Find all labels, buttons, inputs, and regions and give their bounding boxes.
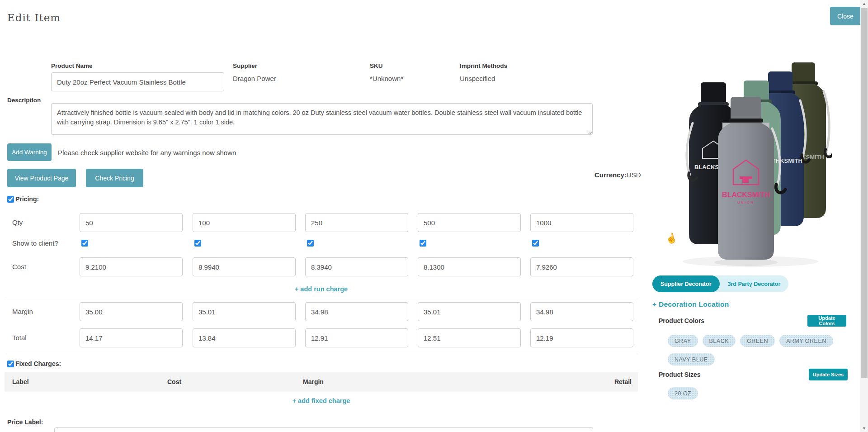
fixed-charges-header-retail: Retail (614, 378, 632, 385)
svg-text:BLACKSMITH: BLACKSMITH (722, 191, 770, 199)
margin-input[interactable] (193, 302, 296, 321)
qty-input[interactable] (193, 213, 296, 232)
product-colors-label: Product Colors (659, 317, 704, 324)
tab-3rd-party-decorator[interactable]: 3rd Party Decorator (720, 275, 789, 292)
show-to-client-checkbox[interactable] (532, 240, 539, 247)
decoration-location-link[interactable]: + Decoration Location (652, 300, 729, 309)
product-name-label: Product Name (51, 62, 93, 69)
total-input[interactable] (193, 328, 296, 347)
cost-input[interactable] (418, 257, 521, 276)
show-to-client-checkbox[interactable] (307, 240, 314, 247)
view-product-page-button[interactable]: View Product Page (7, 169, 76, 187)
add-fixed-charge-row: + add fixed charge (5, 397, 638, 405)
add-run-charge-link[interactable]: + add run charge (295, 285, 348, 293)
sku-value: *Unknown* (370, 75, 403, 82)
total-input[interactable] (80, 328, 183, 347)
pricing-section-header: Pricing: (7, 195, 39, 203)
margin-input[interactable] (418, 302, 521, 321)
cost-input[interactable] (305, 257, 408, 276)
svg-text:UNION: UNION (737, 201, 755, 204)
size-chip[interactable]: 20 OZ (668, 387, 698, 399)
imprint-methods-value: Unspecified (460, 75, 495, 82)
margin-row-label: Margin (12, 308, 33, 315)
divider (5, 297, 638, 297)
add-warning-button[interactable]: Add Warning (7, 143, 52, 161)
page-title: Edit Item (7, 12, 61, 24)
price-label-label: Price Label: (7, 418, 43, 426)
color-chip[interactable]: NAVY BLUE (668, 353, 715, 366)
pricing-checkbox[interactable] (7, 196, 14, 203)
show-to-client-label: Show to client? (12, 239, 58, 247)
currency-row: Currency:USD (594, 171, 641, 179)
margin-input[interactable] (80, 302, 183, 321)
color-chip[interactable]: GREEN (740, 335, 775, 347)
margin-input[interactable] (305, 302, 408, 321)
qty-input[interactable] (305, 213, 408, 232)
supplier-value: Dragon Power (233, 75, 276, 82)
imprint-methods-label: Imprint Methods (460, 62, 507, 69)
total-input[interactable] (305, 328, 408, 347)
qty-input[interactable] (80, 213, 183, 232)
add-fixed-charge-link[interactable]: + add fixed charge (292, 397, 350, 404)
total-input[interactable] (418, 328, 521, 347)
sku-label: SKU (370, 62, 383, 69)
fixed-charges-header-margin: Margin (303, 378, 324, 385)
pricing-section-label: Pricing: (15, 195, 39, 203)
qty-input[interactable] (530, 213, 633, 232)
add-run-charge-row: + add run charge (5, 285, 638, 293)
scrollbar-thumb[interactable] (861, 8, 868, 378)
warning-note: Please check supplier website for any wa… (58, 149, 236, 157)
cost-input[interactable] (193, 257, 296, 276)
total-row-label: Total (12, 334, 27, 342)
fixed-charges-checkbox[interactable] (7, 361, 14, 367)
tab-supplier-decorator[interactable]: Supplier Decorator (652, 275, 720, 292)
show-to-client-checkbox[interactable] (194, 240, 201, 247)
divider (5, 353, 638, 353)
fixed-charges-header-cost: Cost (167, 378, 181, 385)
fixed-charges-section-header: Fixed Charges: (7, 360, 61, 367)
size-chips-row: 20 OZ (668, 387, 698, 399)
color-chips-row-2: NAVY BLUE (668, 353, 715, 366)
total-input[interactable] (530, 328, 633, 347)
color-chip[interactable]: GRAY (668, 335, 698, 347)
currency-label: Currency: (594, 171, 627, 179)
color-chips-row-1: GRAY BLACK GREEN ARMY GREEN (668, 335, 833, 347)
color-chip[interactable]: ARMY GREEN (779, 335, 833, 347)
qty-input[interactable] (418, 213, 521, 232)
decorator-tabs: Supplier Decorator 3rd Party Decorator (652, 275, 788, 292)
cost-row-label: Cost (12, 263, 26, 271)
check-pricing-button[interactable]: Check Pricing (86, 169, 143, 187)
close-button[interactable]: Close (830, 7, 861, 25)
update-colors-button[interactable]: Update Colors (807, 315, 846, 327)
edit-item-page: Edit Item Close Product Name Supplier Dr… (0, 0, 868, 432)
update-sizes-button[interactable]: Update Sizes (809, 369, 848, 380)
scrollbar-up-arrow[interactable]: ▲ (860, 0, 868, 7)
product-name-input[interactable] (51, 72, 224, 91)
currency-value: USD (627, 171, 641, 179)
fixed-charges-section-label: Fixed Charges: (15, 360, 61, 367)
scrollbar[interactable]: ▲ ▼ (860, 0, 868, 432)
cost-input[interactable] (80, 257, 183, 276)
product-sizes-label: Product Sizes (659, 371, 701, 378)
qty-row-label: Qty (12, 218, 23, 226)
fixed-charges-header-label: Label (12, 378, 29, 385)
show-to-client-checkbox[interactable] (420, 240, 426, 247)
price-label-input[interactable] (54, 427, 593, 432)
color-chip[interactable]: BLACK (703, 335, 736, 347)
product-image: BLACKSMITH BLACKSMITH BLACKSMITH (669, 55, 832, 268)
supplier-label: Supplier (233, 62, 257, 69)
description-label: Description (7, 97, 41, 104)
cost-input[interactable] (530, 257, 633, 276)
description-textarea[interactable]: Attractively finished bottle is vacuum s… (51, 103, 593, 135)
margin-input[interactable] (530, 302, 633, 321)
show-to-client-checkbox[interactable] (81, 240, 88, 247)
scrollbar-down-arrow[interactable]: ▼ (860, 425, 868, 432)
fixed-charges-header-row: Label Cost Margin Retail (5, 372, 638, 392)
